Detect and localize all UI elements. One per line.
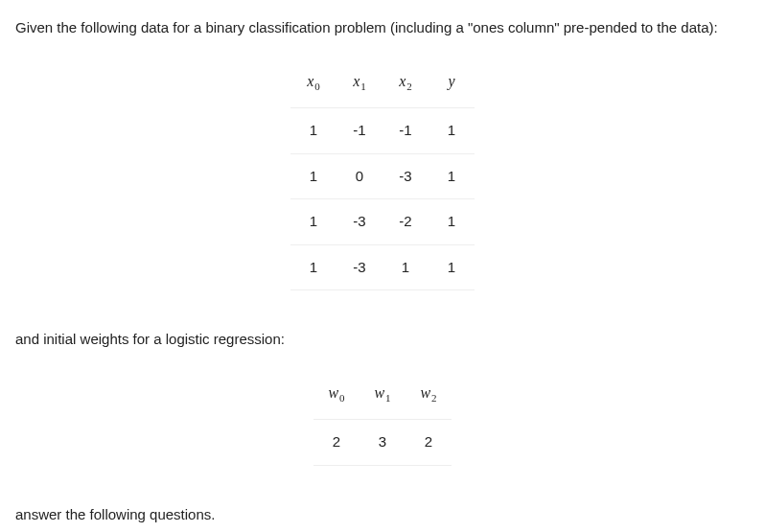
cell: 1 [290, 199, 336, 245]
cell: -3 [336, 199, 382, 245]
cell: 1 [429, 244, 475, 290]
table-row: 1 -3 1 1 [290, 244, 475, 290]
cell: -1 [382, 108, 429, 154]
table-row: 2 3 2 [313, 420, 452, 466]
header-x1: x1 [336, 58, 382, 108]
closing-paragraph: answer the following questions. [15, 504, 750, 526]
header-w0: w0 [313, 370, 359, 420]
header-w1: w1 [359, 370, 406, 420]
cell: 1 [429, 153, 475, 199]
cell: 2 [406, 420, 452, 466]
cell: 1 [290, 244, 336, 290]
cell: 1 [290, 153, 336, 199]
table-row: 1 -1 -1 1 [290, 108, 475, 154]
table-row: 1 0 -3 1 [290, 153, 475, 199]
cell: 1 [290, 108, 336, 154]
cell: 3 [359, 420, 406, 466]
weights-table-wrap: w0 w1 w2 2 3 2 [15, 370, 750, 466]
weights-header-row: w0 w1 w2 [313, 370, 452, 420]
data-table-wrap: x0 x1 x2 y 1 -1 -1 1 1 0 -3 1 1 -3 - [15, 58, 750, 291]
intro-paragraph: Given the following data for a binary cl… [15, 17, 750, 39]
cell: 1 [429, 108, 475, 154]
header-w2: w2 [406, 370, 452, 420]
header-x2: x2 [382, 58, 429, 108]
weights-table: w0 w1 w2 2 3 2 [313, 370, 452, 466]
cell: 2 [313, 420, 359, 466]
cell: -3 [382, 153, 429, 199]
cell: -2 [382, 199, 429, 245]
cell: -1 [336, 108, 382, 154]
header-x0: x0 [290, 58, 336, 108]
cell: 1 [382, 244, 429, 290]
cell: -3 [336, 244, 382, 290]
data-table-header-row: x0 x1 x2 y [290, 58, 475, 108]
header-y: y [429, 58, 475, 108]
table-row: 1 -3 -2 1 [290, 199, 475, 245]
cell: 1 [429, 199, 475, 245]
weights-intro-paragraph: and initial weights for a logistic regre… [15, 329, 750, 351]
data-table: x0 x1 x2 y 1 -1 -1 1 1 0 -3 1 1 -3 - [290, 58, 475, 291]
cell: 0 [336, 153, 382, 199]
